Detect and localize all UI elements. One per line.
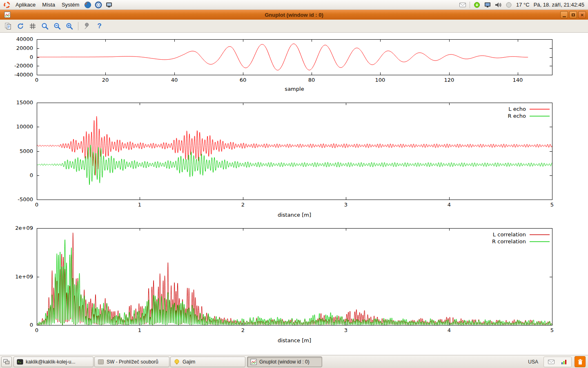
trash-button[interactable]	[575, 356, 586, 367]
taskbar-tray: USA	[526, 356, 587, 367]
x-tick-label: 140	[513, 77, 523, 83]
window-title: Gnuplot (window id : 0)	[0, 12, 588, 18]
help-launcher-icon[interactable]	[94, 1, 102, 9]
x-tick-label: 2	[241, 327, 245, 333]
gnuplot-canvas: 020406080100120140-40000-200000200004000…	[0, 33, 588, 355]
y-tick-label: 1e+09	[15, 274, 33, 280]
x-tick-label: 4	[448, 202, 451, 208]
file-manager-icon	[98, 359, 104, 365]
x-tick-label: 100	[375, 77, 385, 83]
y-tick-label: 10000	[16, 123, 33, 130]
y-tick-label: 20000	[16, 45, 33, 51]
x-tick-label: 1	[138, 327, 141, 333]
mail-tray-icon[interactable]	[459, 1, 467, 9]
update-tray-icon[interactable]	[473, 1, 481, 9]
zoom-in-icon	[65, 22, 74, 30]
y-tick-label: 0	[30, 172, 33, 178]
taskbar-window-gnuplot[interactable]: Gnuplot (window id : 0)	[247, 357, 322, 367]
taskbar-window-gajim[interactable]: Gajim	[170, 357, 245, 367]
taskbar-window-label: Gajim	[183, 359, 195, 365]
taskbar: kaklik@kaklik-kolej-u... SW - Prohlížeč …	[0, 355, 588, 368]
y-tick-label: -5000	[18, 196, 33, 202]
refresh-button[interactable]	[15, 21, 26, 31]
taskbar-window-terminal[interactable]: kaklik@kaklik-kolej-u...	[13, 357, 94, 367]
trash-icon	[577, 358, 584, 366]
distro-logo-icon[interactable]	[3, 1, 11, 9]
copy-icon	[4, 22, 12, 30]
grid-icon	[29, 22, 37, 30]
mail-icon[interactable]	[547, 358, 555, 366]
weather-icon[interactable]	[505, 1, 513, 9]
legend-label: R correlation	[492, 238, 526, 245]
x-tick-label: 0	[35, 327, 38, 333]
x-axis-label: distance [m]	[278, 337, 311, 343]
x-tick-label: 3	[344, 327, 347, 333]
firefox-launcher-icon[interactable]	[84, 1, 92, 9]
menu-places[interactable]: Místa	[39, 0, 58, 9]
window-titlebar[interactable]: Gnuplot (window id : 0) ×	[0, 10, 588, 20]
x-tick-label: 20	[102, 77, 109, 83]
help-icon: ?	[97, 22, 101, 30]
x-tick-label: 60	[240, 77, 247, 83]
menu-applications[interactable]: Aplikace	[12, 0, 39, 9]
y-tick-label: 0	[30, 322, 33, 328]
x-tick-label: 3	[344, 202, 347, 208]
taskbar-window-file-browser[interactable]: SW - Prohlížeč souborů	[94, 357, 169, 367]
keyboard-layout-indicator[interactable]: USA	[526, 358, 541, 366]
chart-1: 020406080100120140-40000-200000200004000…	[14, 36, 552, 92]
x-axis-label: distance [m]	[278, 212, 311, 218]
taskbar-window-label: SW - Prohlížeč souborů	[107, 359, 158, 365]
series-l-echo	[37, 116, 552, 175]
show-desktop-button[interactable]	[1, 357, 12, 367]
x-tick-label: 1	[138, 202, 141, 208]
zoom-fit-button[interactable]	[39, 21, 50, 31]
minimize-button[interactable]	[560, 11, 568, 18]
volume-tray-icon[interactable]	[494, 1, 502, 9]
temperature-label: 17 °C	[516, 2, 530, 8]
clock[interactable]: Pá, 18. září, 21:42:45	[534, 2, 584, 8]
chart-icon[interactable]	[560, 358, 568, 366]
menu-system[interactable]: Systém	[58, 0, 82, 9]
chart-2: 012345-5000050001000015000distance [m]L …	[16, 99, 554, 218]
gnuplot-toolbar: ?	[0, 20, 588, 33]
grid-button[interactable]	[27, 21, 38, 31]
panel-tray: 17 °C Pá, 18. září, 21:42:45	[457, 0, 586, 9]
zoom-fit-icon	[41, 22, 49, 30]
tray-separator	[470, 2, 470, 8]
terminal-icon	[17, 359, 23, 365]
x-tick-label: 80	[308, 77, 315, 83]
window-controls: ×	[560, 11, 586, 18]
y-tick-label: -20000	[14, 63, 33, 69]
maximize-icon	[572, 13, 575, 16]
x-tick-label: 0	[35, 202, 38, 208]
settings-button[interactable]	[82, 21, 93, 31]
y-tick-label: 40000	[16, 36, 33, 42]
series-r-echo	[37, 145, 552, 185]
zoom-in-button[interactable]	[64, 21, 75, 31]
legend-label: L echo	[508, 106, 526, 112]
screenshot-launcher-icon[interactable]	[105, 1, 113, 9]
help-button[interactable]: ?	[94, 21, 105, 31]
x-tick-label: 0	[35, 77, 38, 83]
x-tick-label: 2	[241, 202, 245, 208]
plot-border	[37, 103, 552, 200]
toolbar-separator	[78, 22, 78, 30]
y-tick-label: 0	[30, 54, 33, 60]
maximize-button[interactable]	[569, 11, 577, 18]
zoom-out-button[interactable]	[51, 21, 62, 31]
zoom-out-icon	[53, 22, 61, 30]
series-signal	[37, 44, 528, 70]
copy-button[interactable]	[2, 21, 13, 31]
display-tray-icon[interactable]	[483, 1, 492, 9]
legend-label: R echo	[508, 113, 526, 119]
panel-left: Aplikace Místa Systém	[2, 0, 114, 9]
x-tick-label: 120	[444, 77, 454, 83]
x-tick-label: 4	[448, 327, 451, 333]
close-button[interactable]: ×	[578, 11, 586, 18]
y-tick-label: 5000	[20, 148, 33, 154]
y-tick-label: 2e+09	[15, 225, 33, 231]
close-icon: ×	[581, 12, 584, 18]
top-panel: Aplikace Místa Systém	[0, 0, 588, 10]
wrench-icon	[83, 22, 91, 30]
show-desktop-icon	[3, 359, 10, 365]
